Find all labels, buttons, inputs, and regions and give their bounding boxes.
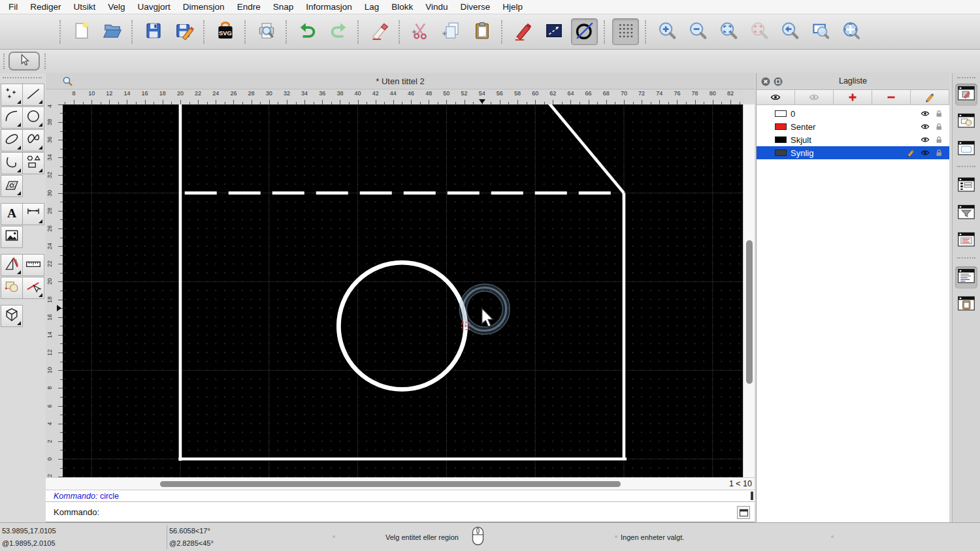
- horizontal-scrollbar[interactable]: 1 < 10: [46, 477, 755, 490]
- ruler-label: 40: [46, 104, 54, 109]
- zoom-pan-button[interactable]: [838, 18, 864, 45]
- selection-tool-button[interactable]: [8, 52, 40, 71]
- hatch-tool-button[interactable]: [1, 175, 23, 197]
- property-editor-panel-toggle[interactable]: [955, 84, 977, 106]
- menu-vindu[interactable]: Vindu: [425, 2, 448, 12]
- menu-fil[interactable]: Fil: [8, 2, 18, 12]
- zoom-in-button[interactable]: [653, 18, 680, 45]
- delete-button[interactable]: [366, 18, 393, 45]
- draw-pencil-button[interactable]: [510, 18, 536, 45]
- selection-list-panel-toggle[interactable]: [955, 175, 977, 197]
- menu-informasjon[interactable]: Informasjon: [306, 2, 352, 12]
- save-button[interactable]: [140, 18, 167, 45]
- layer-row-senter[interactable]: Senter: [757, 120, 949, 133]
- new-file-button[interactable]: [68, 18, 95, 45]
- undo-button[interactable]: [294, 18, 321, 45]
- menu-endre[interactable]: Endre: [237, 2, 261, 12]
- menu-snap[interactable]: Snap: [273, 2, 294, 12]
- dimension-tool-button[interactable]: [22, 203, 44, 225]
- zoom-previous-button[interactable]: [776, 18, 803, 45]
- horizontal-scrollbar-thumb[interactable]: [160, 481, 621, 487]
- hide-all-layers-button[interactable]: [795, 90, 834, 105]
- paste-button[interactable]: [468, 18, 495, 45]
- vertical-scrollbar-thumb[interactable]: [746, 240, 753, 384]
- menu-lag[interactable]: Lag: [365, 2, 380, 12]
- zoom-out-button[interactable]: [684, 18, 711, 45]
- edit-layer-button[interactable]: [911, 90, 949, 105]
- menu-utsikt[interactable]: Utsikt: [74, 2, 96, 12]
- status-separator: [167, 525, 167, 549]
- menu-dimensjon[interactable]: Dimensjon: [183, 2, 225, 12]
- block-tool-button[interactable]: [1, 277, 23, 299]
- circle-line-tool-button[interactable]: [571, 18, 598, 45]
- layer-visibility-icon[interactable]: [921, 135, 930, 146]
- layer-row-0[interactable]: 0: [757, 107, 949, 120]
- text-tool-button[interactable]: A: [1, 203, 23, 225]
- command-input[interactable]: [101, 505, 732, 519]
- modify-tool-button[interactable]: [22, 277, 44, 299]
- polyline-tool-button[interactable]: [1, 152, 23, 174]
- layer-lock-icon[interactable]: [934, 135, 943, 146]
- menu-hjelp[interactable]: Hjelp: [502, 2, 523, 12]
- ruler-label: 20: [174, 90, 186, 97]
- library-browser-panel-toggle[interactable]: [955, 138, 977, 161]
- command-line-panel-toggle[interactable]: [955, 266, 977, 289]
- show-all-layers-button[interactable]: [757, 90, 795, 105]
- filter-panel-toggle[interactable]: [955, 202, 977, 225]
- svg-export-button[interactable]: SVG: [212, 18, 238, 45]
- layer-visibility-icon[interactable]: [921, 148, 930, 159]
- print-preview-button[interactable]: [253, 18, 280, 45]
- shapes-tool-button[interactable]: [22, 152, 44, 174]
- command-options-panel-toggle[interactable]: [955, 230, 977, 252]
- save-as-icon: [174, 21, 194, 43]
- attributes-button[interactable]: [540, 18, 567, 45]
- block-list-panel-toggle[interactable]: [955, 111, 977, 133]
- property-editor-panel-icon: [957, 84, 975, 105]
- vertical-scrollbar[interactable]: [743, 104, 755, 477]
- command-window-button[interactable]: [737, 506, 750, 519]
- drawing-canvas[interactable]: [63, 104, 743, 477]
- circle-tool-button[interactable]: [22, 106, 44, 129]
- image-tool-button[interactable]: [1, 226, 23, 248]
- save-as-button[interactable]: [171, 18, 197, 45]
- add-layer-button[interactable]: [834, 90, 872, 105]
- points-tool-button[interactable]: [1, 84, 23, 106]
- menu-velg[interactable]: Velg: [108, 2, 125, 12]
- zoom-auto-button[interactable]: [715, 18, 742, 45]
- spline-tool-button[interactable]: [22, 129, 44, 151]
- menu-uavgjort[interactable]: Uavgjort: [138, 2, 171, 12]
- redo-button[interactable]: [325, 18, 351, 45]
- layer-row-synlig[interactable]: Synlig: [757, 146, 949, 159]
- cut-icon: [411, 21, 431, 43]
- layer-lock-icon[interactable]: [934, 122, 943, 133]
- zoom-window-icon: [811, 21, 830, 43]
- line-tool-button[interactable]: [22, 84, 44, 106]
- zoom-window-button[interactable]: [807, 18, 834, 45]
- cad-tools-tool-button[interactable]: [1, 254, 23, 276]
- clipboard-panel-toggle[interactable]: [955, 294, 977, 316]
- ellipse-tool-button[interactable]: [1, 129, 23, 151]
- menu-diverse[interactable]: Diverse: [461, 2, 491, 12]
- menu-rediger[interactable]: Rediger: [30, 2, 61, 12]
- arc-tool-button[interactable]: [1, 106, 23, 129]
- layer-lock-icon[interactable]: [934, 148, 943, 159]
- command-history: Kommando: circle: [46, 490, 755, 501]
- new-file-icon: [72, 21, 91, 43]
- solid-tool-button[interactable]: [1, 305, 23, 327]
- measure-tool-button[interactable]: [22, 254, 44, 276]
- menu-blokk[interactable]: Blokk: [391, 2, 413, 12]
- edit-layer-icon[interactable]: [906, 148, 915, 159]
- drawing-surface[interactable]: [63, 104, 743, 477]
- layer-row-skjult[interactable]: Skjult: [757, 133, 949, 146]
- ruler-label: 60: [529, 90, 541, 97]
- open-file-button[interactable]: [99, 18, 125, 45]
- layer-lock-icon[interactable]: [934, 109, 943, 120]
- history-scrollbar[interactable]: [751, 492, 753, 500]
- grid-toggle-button[interactable]: [612, 18, 639, 45]
- remove-layer-button[interactable]: [872, 90, 911, 105]
- layer-visibility-icon[interactable]: [921, 109, 930, 120]
- cut-button[interactable]: [407, 18, 434, 45]
- copy-button[interactable]: [438, 18, 465, 45]
- ruler-label: 12: [103, 90, 115, 97]
- layer-visibility-icon[interactable]: [921, 122, 930, 133]
